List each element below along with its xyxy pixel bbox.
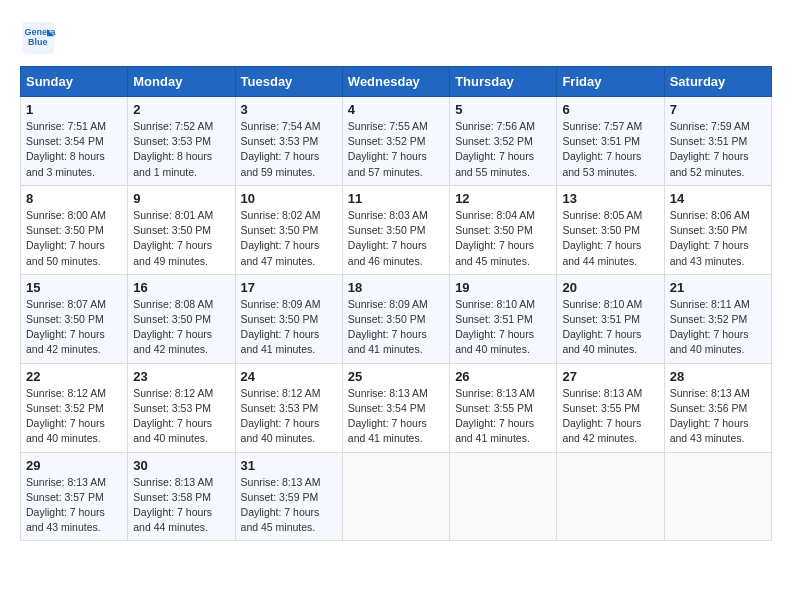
day-cell-23: 23Sunrise: 8:12 AMSunset: 3:53 PMDayligh… xyxy=(128,363,235,452)
day-number: 11 xyxy=(348,191,444,206)
day-number: 26 xyxy=(455,369,551,384)
day-info: Sunrise: 8:13 AMSunset: 3:58 PMDaylight:… xyxy=(133,475,229,536)
day-number: 14 xyxy=(670,191,766,206)
day-number: 3 xyxy=(241,102,337,117)
day-number: 2 xyxy=(133,102,229,117)
svg-text:Blue: Blue xyxy=(28,37,48,47)
day-info: Sunrise: 8:07 AMSunset: 3:50 PMDaylight:… xyxy=(26,297,122,358)
day-cell-1: 1Sunrise: 7:51 AMSunset: 3:54 PMDaylight… xyxy=(21,97,128,186)
weekday-header-wednesday: Wednesday xyxy=(342,67,449,97)
day-number: 20 xyxy=(562,280,658,295)
week-row-5: 29Sunrise: 8:13 AMSunset: 3:57 PMDayligh… xyxy=(21,452,772,541)
week-row-4: 22Sunrise: 8:12 AMSunset: 3:52 PMDayligh… xyxy=(21,363,772,452)
day-info: Sunrise: 8:13 AMSunset: 3:54 PMDaylight:… xyxy=(348,386,444,447)
day-cell-29: 29Sunrise: 8:13 AMSunset: 3:57 PMDayligh… xyxy=(21,452,128,541)
empty-cell xyxy=(450,452,557,541)
day-info: Sunrise: 8:12 AMSunset: 3:52 PMDaylight:… xyxy=(26,386,122,447)
day-cell-13: 13Sunrise: 8:05 AMSunset: 3:50 PMDayligh… xyxy=(557,185,664,274)
logo: General Blue xyxy=(20,20,62,56)
day-cell-5: 5Sunrise: 7:56 AMSunset: 3:52 PMDaylight… xyxy=(450,97,557,186)
day-info: Sunrise: 7:56 AMSunset: 3:52 PMDaylight:… xyxy=(455,119,551,180)
day-number: 28 xyxy=(670,369,766,384)
day-info: Sunrise: 8:12 AMSunset: 3:53 PMDaylight:… xyxy=(133,386,229,447)
day-number: 30 xyxy=(133,458,229,473)
day-number: 21 xyxy=(670,280,766,295)
day-cell-27: 27Sunrise: 8:13 AMSunset: 3:55 PMDayligh… xyxy=(557,363,664,452)
day-number: 23 xyxy=(133,369,229,384)
day-info: Sunrise: 8:04 AMSunset: 3:50 PMDaylight:… xyxy=(455,208,551,269)
day-cell-24: 24Sunrise: 8:12 AMSunset: 3:53 PMDayligh… xyxy=(235,363,342,452)
weekday-header-thursday: Thursday xyxy=(450,67,557,97)
day-cell-14: 14Sunrise: 8:06 AMSunset: 3:50 PMDayligh… xyxy=(664,185,771,274)
day-info: Sunrise: 8:09 AMSunset: 3:50 PMDaylight:… xyxy=(241,297,337,358)
day-info: Sunrise: 8:08 AMSunset: 3:50 PMDaylight:… xyxy=(133,297,229,358)
day-cell-12: 12Sunrise: 8:04 AMSunset: 3:50 PMDayligh… xyxy=(450,185,557,274)
day-number: 17 xyxy=(241,280,337,295)
day-cell-2: 2Sunrise: 7:52 AMSunset: 3:53 PMDaylight… xyxy=(128,97,235,186)
day-info: Sunrise: 8:13 AMSunset: 3:56 PMDaylight:… xyxy=(670,386,766,447)
day-number: 6 xyxy=(562,102,658,117)
weekday-header-sunday: Sunday xyxy=(21,67,128,97)
day-number: 7 xyxy=(670,102,766,117)
day-number: 1 xyxy=(26,102,122,117)
day-cell-19: 19Sunrise: 8:10 AMSunset: 3:51 PMDayligh… xyxy=(450,274,557,363)
day-cell-6: 6Sunrise: 7:57 AMSunset: 3:51 PMDaylight… xyxy=(557,97,664,186)
day-info: Sunrise: 7:54 AMSunset: 3:53 PMDaylight:… xyxy=(241,119,337,180)
day-number: 5 xyxy=(455,102,551,117)
logo-icon: General Blue xyxy=(20,20,56,56)
day-number: 13 xyxy=(562,191,658,206)
day-info: Sunrise: 8:05 AMSunset: 3:50 PMDaylight:… xyxy=(562,208,658,269)
day-number: 22 xyxy=(26,369,122,384)
week-row-2: 8Sunrise: 8:00 AMSunset: 3:50 PMDaylight… xyxy=(21,185,772,274)
day-cell-18: 18Sunrise: 8:09 AMSunset: 3:50 PMDayligh… xyxy=(342,274,449,363)
empty-cell xyxy=(557,452,664,541)
day-cell-25: 25Sunrise: 8:13 AMSunset: 3:54 PMDayligh… xyxy=(342,363,449,452)
day-number: 15 xyxy=(26,280,122,295)
empty-cell xyxy=(664,452,771,541)
empty-cell xyxy=(342,452,449,541)
day-info: Sunrise: 7:57 AMSunset: 3:51 PMDaylight:… xyxy=(562,119,658,180)
day-cell-4: 4Sunrise: 7:55 AMSunset: 3:52 PMDaylight… xyxy=(342,97,449,186)
day-info: Sunrise: 8:10 AMSunset: 3:51 PMDaylight:… xyxy=(455,297,551,358)
day-cell-7: 7Sunrise: 7:59 AMSunset: 3:51 PMDaylight… xyxy=(664,97,771,186)
day-info: Sunrise: 7:52 AMSunset: 3:53 PMDaylight:… xyxy=(133,119,229,180)
day-cell-17: 17Sunrise: 8:09 AMSunset: 3:50 PMDayligh… xyxy=(235,274,342,363)
weekday-header-friday: Friday xyxy=(557,67,664,97)
day-cell-16: 16Sunrise: 8:08 AMSunset: 3:50 PMDayligh… xyxy=(128,274,235,363)
day-cell-20: 20Sunrise: 8:10 AMSunset: 3:51 PMDayligh… xyxy=(557,274,664,363)
day-info: Sunrise: 8:03 AMSunset: 3:50 PMDaylight:… xyxy=(348,208,444,269)
page-header: General Blue xyxy=(20,20,772,56)
day-cell-30: 30Sunrise: 8:13 AMSunset: 3:58 PMDayligh… xyxy=(128,452,235,541)
day-cell-11: 11Sunrise: 8:03 AMSunset: 3:50 PMDayligh… xyxy=(342,185,449,274)
day-info: Sunrise: 8:02 AMSunset: 3:50 PMDaylight:… xyxy=(241,208,337,269)
day-number: 4 xyxy=(348,102,444,117)
day-cell-31: 31Sunrise: 8:13 AMSunset: 3:59 PMDayligh… xyxy=(235,452,342,541)
weekday-header-tuesday: Tuesday xyxy=(235,67,342,97)
day-cell-3: 3Sunrise: 7:54 AMSunset: 3:53 PMDaylight… xyxy=(235,97,342,186)
day-info: Sunrise: 8:11 AMSunset: 3:52 PMDaylight:… xyxy=(670,297,766,358)
day-cell-8: 8Sunrise: 8:00 AMSunset: 3:50 PMDaylight… xyxy=(21,185,128,274)
day-number: 19 xyxy=(455,280,551,295)
day-number: 27 xyxy=(562,369,658,384)
day-info: Sunrise: 8:01 AMSunset: 3:50 PMDaylight:… xyxy=(133,208,229,269)
day-cell-21: 21Sunrise: 8:11 AMSunset: 3:52 PMDayligh… xyxy=(664,274,771,363)
day-cell-9: 9Sunrise: 8:01 AMSunset: 3:50 PMDaylight… xyxy=(128,185,235,274)
day-info: Sunrise: 8:06 AMSunset: 3:50 PMDaylight:… xyxy=(670,208,766,269)
day-number: 29 xyxy=(26,458,122,473)
day-info: Sunrise: 7:55 AMSunset: 3:52 PMDaylight:… xyxy=(348,119,444,180)
day-cell-15: 15Sunrise: 8:07 AMSunset: 3:50 PMDayligh… xyxy=(21,274,128,363)
day-number: 8 xyxy=(26,191,122,206)
day-number: 9 xyxy=(133,191,229,206)
day-cell-28: 28Sunrise: 8:13 AMSunset: 3:56 PMDayligh… xyxy=(664,363,771,452)
week-row-1: 1Sunrise: 7:51 AMSunset: 3:54 PMDaylight… xyxy=(21,97,772,186)
day-info: Sunrise: 8:12 AMSunset: 3:53 PMDaylight:… xyxy=(241,386,337,447)
day-number: 24 xyxy=(241,369,337,384)
day-number: 18 xyxy=(348,280,444,295)
weekday-header-saturday: Saturday xyxy=(664,67,771,97)
day-info: Sunrise: 7:59 AMSunset: 3:51 PMDaylight:… xyxy=(670,119,766,180)
day-number: 16 xyxy=(133,280,229,295)
weekday-header-row: SundayMondayTuesdayWednesdayThursdayFrid… xyxy=(21,67,772,97)
calendar-table: SundayMondayTuesdayWednesdayThursdayFrid… xyxy=(20,66,772,541)
day-info: Sunrise: 8:00 AMSunset: 3:50 PMDaylight:… xyxy=(26,208,122,269)
day-info: Sunrise: 8:10 AMSunset: 3:51 PMDaylight:… xyxy=(562,297,658,358)
